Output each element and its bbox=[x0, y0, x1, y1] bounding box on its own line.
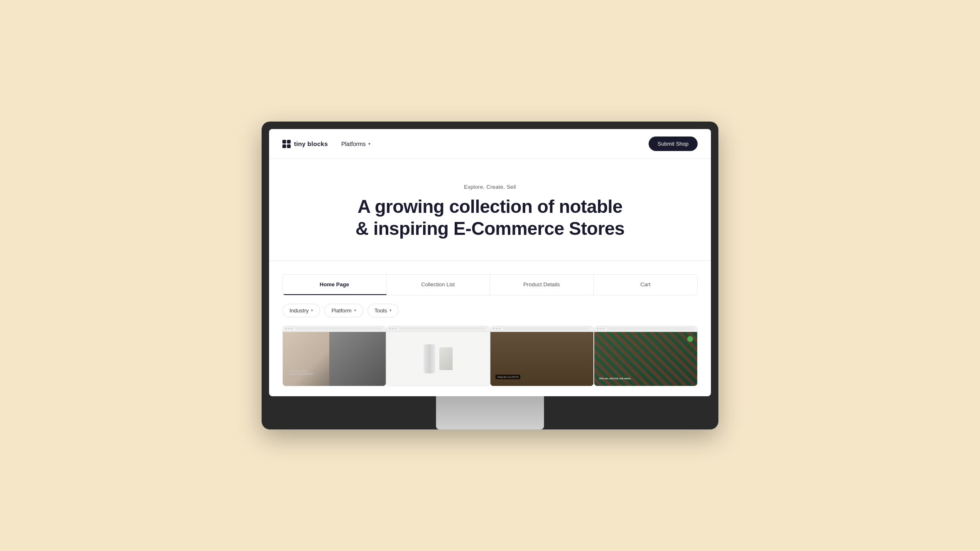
browser-bar bbox=[387, 326, 490, 332]
screen: tiny blocks Platforms ▾ Submit Shop Expl… bbox=[269, 129, 711, 396]
tools-filter-label: Tools bbox=[375, 307, 387, 314]
card-4-image: Only sun, only fruit, only nature. bbox=[594, 332, 697, 386]
hero-section: Explore, Create, Sell A growing collecti… bbox=[269, 159, 711, 261]
filters-section: Industry ▾ Platform ▾ Tools ▾ bbox=[269, 295, 711, 326]
browser-url bbox=[399, 327, 485, 330]
browser-dot bbox=[493, 328, 495, 329]
browser-dot bbox=[288, 328, 290, 329]
hero-title: A growing collection of notable & inspir… bbox=[349, 196, 631, 240]
card-4-text: Only sun, only fruit, only nature. bbox=[599, 377, 631, 380]
monitor-stand bbox=[436, 396, 544, 429]
card-1-cta: Shop now bbox=[289, 375, 314, 378]
card-2-image bbox=[387, 332, 490, 386]
industry-filter[interactable]: Industry ▾ bbox=[282, 304, 320, 317]
browser-bar bbox=[283, 326, 386, 332]
tab-product-details[interactable]: Product Details bbox=[490, 275, 594, 295]
platform-filter[interactable]: Platform ▾ bbox=[324, 304, 363, 317]
tab-collection-list[interactable]: Collection List bbox=[387, 275, 490, 295]
tabs-bar: Home Page Collection List Product Detail… bbox=[282, 274, 698, 295]
logo-block-4 bbox=[287, 144, 291, 148]
chevron-down-icon: ▾ bbox=[354, 308, 356, 312]
browser-dot bbox=[499, 328, 500, 329]
browser-dot bbox=[392, 328, 394, 329]
cards-grid: Hear what matters,protect what's pricele… bbox=[269, 326, 711, 396]
browser-url bbox=[296, 327, 382, 330]
chevron-down-icon: ▾ bbox=[368, 141, 370, 146]
browser-dot bbox=[603, 328, 604, 329]
submit-shop-button[interactable]: Submit Shop bbox=[649, 137, 698, 151]
logo-block-1 bbox=[282, 140, 286, 144]
browser-dot bbox=[597, 328, 598, 329]
store-card-1[interactable]: Hear what matters,protect what's pricele… bbox=[282, 326, 386, 386]
platform-filter-label: Platform bbox=[331, 307, 351, 314]
chevron-down-icon: ▾ bbox=[390, 308, 392, 312]
card-1-headline: Hear what matters,protect what's pricele… bbox=[289, 370, 314, 375]
logo: tiny blocks bbox=[282, 140, 328, 148]
card-3-badge: Holiday Sale: Up to 30% Off bbox=[495, 375, 520, 379]
tabs-section: Home Page Collection List Product Detail… bbox=[269, 274, 711, 295]
hero-subtitle: Explore, Create, Sell bbox=[282, 184, 698, 190]
card-1-text-block: Hear what matters,protect what's pricele… bbox=[289, 370, 314, 378]
tab-home-page[interactable]: Home Page bbox=[283, 275, 387, 295]
product-box bbox=[439, 347, 453, 370]
browser-dot bbox=[389, 328, 391, 329]
platforms-label: Platforms bbox=[341, 141, 366, 147]
browser-url bbox=[503, 327, 589, 330]
navbar-left: tiny blocks Platforms ▾ bbox=[282, 140, 370, 148]
card-1-image: Hear what matters,protect what's pricele… bbox=[283, 332, 386, 386]
brand-badge bbox=[687, 336, 693, 342]
logo-icon bbox=[282, 140, 291, 148]
logo-text: tiny blocks bbox=[294, 140, 328, 147]
browser-dot bbox=[395, 328, 397, 329]
store-card-3[interactable]: Holiday Sale: Up to 30% Off bbox=[490, 326, 594, 386]
chevron-down-icon: ▾ bbox=[311, 308, 313, 312]
card-1-figure bbox=[329, 332, 386, 386]
platforms-button[interactable]: Platforms ▾ bbox=[341, 141, 370, 147]
logo-block-3 bbox=[282, 144, 286, 148]
browser-bar bbox=[490, 326, 593, 332]
product-tube bbox=[424, 344, 435, 373]
store-card-2[interactable] bbox=[386, 326, 490, 386]
tools-filter[interactable]: Tools ▾ bbox=[368, 304, 399, 317]
browser-dot bbox=[600, 328, 601, 329]
browser-url bbox=[607, 327, 693, 330]
tab-cart[interactable]: Cart bbox=[594, 275, 698, 295]
industry-filter-label: Industry bbox=[289, 307, 309, 314]
navbar: tiny blocks Platforms ▾ Submit Shop bbox=[269, 129, 711, 159]
browser-bar bbox=[594, 326, 697, 332]
browser-dot bbox=[285, 328, 287, 329]
browser-dot bbox=[291, 328, 293, 329]
monitor: tiny blocks Platforms ▾ Submit Shop Expl… bbox=[262, 122, 718, 429]
browser-dot bbox=[496, 328, 497, 329]
logo-block-2 bbox=[287, 140, 291, 144]
store-card-4[interactable]: Only sun, only fruit, only nature. bbox=[594, 326, 698, 386]
card-3-image: Holiday Sale: Up to 30% Off bbox=[490, 332, 593, 386]
